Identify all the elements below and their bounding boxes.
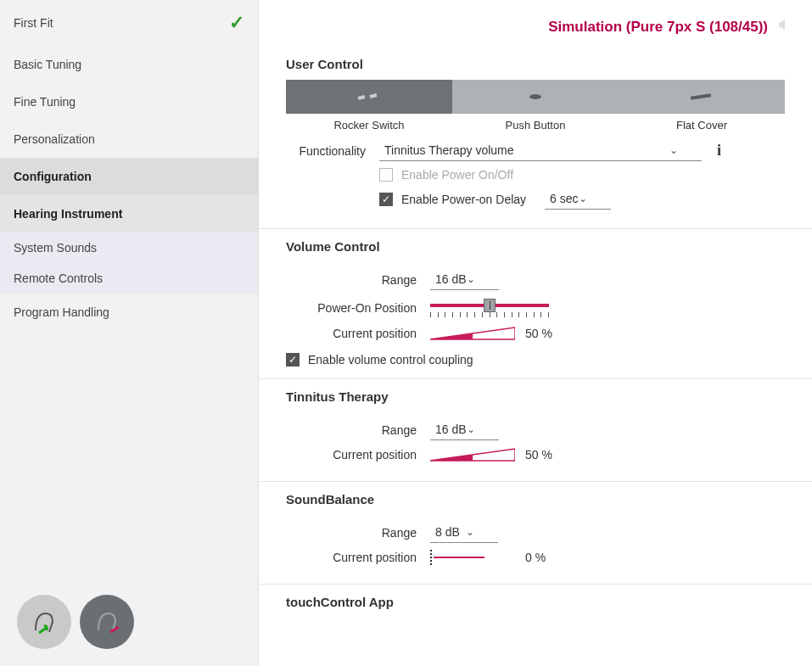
nav-label: Fine Tuning [14,95,76,109]
functionality-label: Functionality [286,144,379,158]
hearing-aid-icon [27,605,61,639]
select-value: 6 sec [550,192,578,205]
nav-hearing-instrument[interactable]: Hearing Instrument [0,195,258,232]
section-sound-balance: SoundBalance Range 8 dB ⌄ Current positi… [259,482,812,585]
svg-point-3 [529,94,541,99]
section-tinnitus-therapy: Tinnitus Therapy Range 16 dB ⌄ Current p… [259,379,812,482]
current-position-label: Current position [286,448,430,462]
device-right-button[interactable] [80,595,134,649]
check-icon: ✓ [229,12,244,34]
nav-program-handling[interactable]: Program Handling [0,294,258,331]
chevron-down-icon: ⌄ [669,144,678,156]
range-label: Range [286,273,430,287]
chevron-down-icon: ⌄ [579,193,587,204]
tab-flat-cover[interactable] [619,80,785,114]
svg-line-0 [110,627,119,632]
nav-label: First Fit [14,16,53,30]
section-touchcontrol-app: touchControl App [259,585,812,630]
section-user-control: User Control Rocker Switch Push Button F… [259,47,812,229]
nav-label: Configuration [14,170,92,183]
select-value: 8 dB [435,525,460,539]
functionality-row: Functionality Tinnitus Therapy volume ⌄ … [286,140,785,161]
svg-rect-4 [691,93,711,99]
volume-coupling-row: ✓ Enable volume control coupling [286,353,785,367]
volume-coupling-checkbox[interactable]: ✓ [286,353,300,367]
range-label: Range [286,423,430,437]
nav-label: Remote Controls [14,271,103,285]
enable-power-onoff-checkbox [379,168,393,182]
nav-basic-tuning[interactable]: Basic Tuning [0,46,258,83]
nav-first-fit[interactable]: First Fit ✓ [0,0,258,46]
soundbalance-range-select[interactable]: 8 dB ⌄ [430,522,498,543]
main-panel: Simulation (Pure 7px S (108/45)) User Co… [259,0,812,666]
chevron-down-icon: ⌄ [466,526,474,538]
flat-cover-icon [689,92,714,101]
current-position-label: Current position [286,327,430,340]
section-heading: Volume Control [286,229,785,262]
checkbox-label: Enable volume control coupling [308,353,473,367]
nav-personalization[interactable]: Personalization [0,120,258,158]
enable-power-on-delay-checkbox[interactable]: ✓ [379,193,393,206]
power-on-position-slider[interactable] [430,297,549,319]
tab-label: Rocker Switch [286,119,452,132]
checkbox-label: Enable Power-on Delay [401,193,526,206]
section-volume-control: Volume Control Range 16 dB ⌄ Power-On Po… [259,229,812,379]
nav-label: Hearing Instrument [14,207,122,221]
tinnitus-position-indicator [430,447,515,462]
enable-power-on-delay-row: ✓ Enable Power-on Delay 6 sec ⌄ [379,188,785,210]
tab-label: Push Button [452,119,619,132]
current-position-value: 0 % [525,551,546,564]
user-control-tab-labels: Rocker Switch Push Button Flat Cover [286,119,785,132]
volume-range-select[interactable]: 16 dB ⌄ [430,269,499,290]
power-on-position-label: Power-On Position [286,301,430,315]
svg-rect-1 [358,95,366,100]
volume-position-indicator [430,326,515,341]
speaker-muted-icon[interactable] [776,17,792,36]
rocker-switch-icon [356,91,382,103]
section-heading: Tinnitus Therapy [286,379,785,412]
select-value: 16 dB [435,272,467,286]
nav-fine-tuning[interactable]: Fine Tuning [0,83,258,120]
tab-push-button[interactable] [452,80,619,114]
push-button-icon [527,91,544,103]
device-toggle-group [0,578,258,666]
nav-label: Personalization [14,132,95,146]
nav-system-sounds[interactable]: System Sounds [0,232,258,263]
hearing-aid-muted-icon [90,605,124,639]
nav-configuration[interactable]: Configuration [0,158,258,195]
device-left-button[interactable] [17,595,71,649]
section-heading: touchControl App [286,585,785,618]
enable-power-onoff-row: Enable Power On/Off [379,168,785,182]
current-position-value: 50 % [525,448,552,462]
user-control-tabs [286,80,785,114]
range-label: Range [286,526,430,540]
tinnitus-range-select[interactable]: 16 dB ⌄ [430,419,499,440]
topbar: Simulation (Pure 7px S (108/45)) [259,0,812,47]
section-heading: SoundBalance [286,482,785,515]
svg-rect-2 [370,93,378,98]
nav-remote-controls[interactable]: Remote Controls [0,263,258,294]
chevron-down-icon: ⌄ [467,273,475,285]
info-icon[interactable]: i [717,142,721,160]
nav-label: System Sounds [14,241,97,255]
tab-rocker-switch[interactable] [286,80,452,114]
sidebar: First Fit ✓ Basic Tuning Fine Tuning Per… [0,0,259,666]
current-position-label: Current position [286,551,430,564]
soundbalance-position-indicator [430,550,515,565]
current-position-value: 50 % [525,327,552,340]
nav-label: Program Handling [14,305,109,319]
slider-thumb[interactable] [484,299,496,312]
section-heading: User Control [286,47,785,80]
page-title: Simulation (Pure 7px S (108/45)) [548,19,768,36]
tab-label: Flat Cover [619,119,785,132]
nav-label: Basic Tuning [14,58,81,71]
chevron-down-icon: ⌄ [467,423,475,435]
delay-select[interactable]: 6 sec ⌄ [545,188,610,210]
select-value: Tinnitus Therapy volume [384,143,514,157]
functionality-select[interactable]: Tinnitus Therapy volume ⌄ [379,140,702,161]
select-value: 16 dB [435,423,467,436]
checkbox-label: Enable Power On/Off [401,168,513,182]
